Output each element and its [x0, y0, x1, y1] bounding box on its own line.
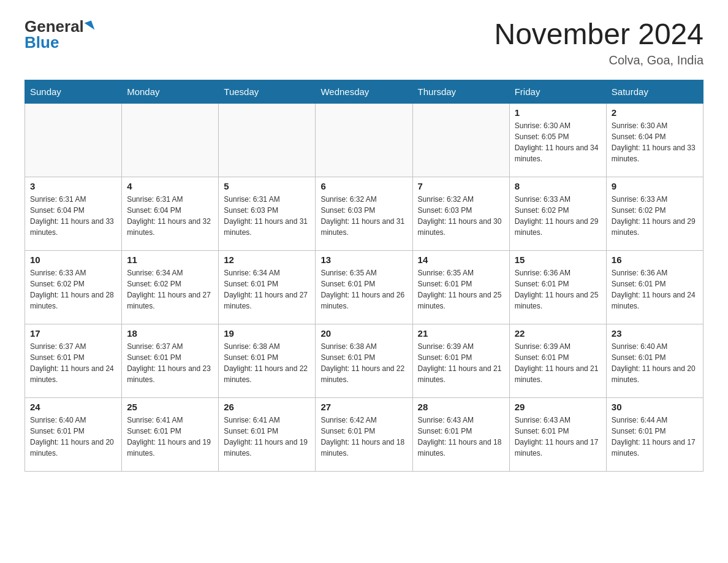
day-info: Sunrise: 6:34 AMSunset: 6:02 PMDaylight:… — [127, 267, 213, 312]
calendar-day-cell: 21Sunrise: 6:39 AMSunset: 6:01 PMDayligh… — [412, 324, 509, 397]
day-info: Sunrise: 6:32 AMSunset: 6:03 PMDaylight:… — [418, 194, 504, 238]
day-info: Sunrise: 6:32 AMSunset: 6:03 PMDaylight:… — [320, 194, 407, 238]
calendar-header-row: Sunday Monday Tuesday Wednesday Thursday… — [25, 80, 703, 103]
day-number: 7 — [418, 181, 504, 191]
day-number: 25 — [127, 402, 213, 412]
day-info: Sunrise: 6:34 AMSunset: 6:01 PMDaylight:… — [224, 267, 310, 312]
page-header: General Blue November 2024 Colva, Goa, I… — [25, 18, 703, 67]
day-info: Sunrise: 6:42 AMSunset: 6:01 PMDaylight:… — [320, 415, 407, 459]
day-number: 13 — [320, 255, 407, 265]
day-info: Sunrise: 6:40 AMSunset: 6:01 PMDaylight:… — [30, 415, 116, 459]
calendar-week-row: 10Sunrise: 6:33 AMSunset: 6:02 PMDayligh… — [25, 250, 703, 324]
calendar-subtitle: Colva, Goa, India — [494, 53, 703, 67]
day-info: Sunrise: 6:39 AMSunset: 6:01 PMDaylight:… — [515, 341, 601, 385]
day-info: Sunrise: 6:36 AMSunset: 6:01 PMDaylight:… — [515, 267, 601, 312]
day-number: 8 — [515, 181, 601, 191]
calendar-day-cell: 9Sunrise: 6:33 AMSunset: 6:02 PMDaylight… — [606, 177, 703, 250]
day-number: 28 — [418, 402, 504, 412]
col-monday: Monday — [122, 80, 219, 103]
day-info: Sunrise: 6:40 AMSunset: 6:01 PMDaylight:… — [612, 341, 698, 385]
calendar-day-cell — [219, 103, 316, 177]
day-info: Sunrise: 6:30 AMSunset: 6:04 PMDaylight:… — [612, 120, 698, 164]
calendar-day-cell: 7Sunrise: 6:32 AMSunset: 6:03 PMDaylight… — [412, 177, 509, 250]
calendar-day-cell: 1Sunrise: 6:30 AMSunset: 6:05 PMDaylight… — [509, 103, 606, 177]
calendar-day-cell: 29Sunrise: 6:43 AMSunset: 6:01 PMDayligh… — [509, 397, 606, 471]
day-info: Sunrise: 6:36 AMSunset: 6:01 PMDaylight:… — [612, 267, 698, 312]
calendar-title: November 2024 — [494, 18, 703, 51]
day-info: Sunrise: 6:43 AMSunset: 6:01 PMDaylight:… — [515, 415, 601, 459]
day-number: 15 — [515, 255, 601, 265]
logo-general-text: General — [25, 18, 84, 34]
day-number: 19 — [224, 328, 310, 339]
calendar-day-cell: 24Sunrise: 6:40 AMSunset: 6:01 PMDayligh… — [25, 397, 122, 471]
calendar-day-cell — [412, 103, 509, 177]
calendar-table: Sunday Monday Tuesday Wednesday Thursday… — [25, 80, 703, 472]
col-wednesday: Wednesday — [316, 80, 412, 103]
day-number: 20 — [320, 328, 407, 339]
calendar-day-cell: 11Sunrise: 6:34 AMSunset: 6:02 PMDayligh… — [122, 250, 219, 324]
col-saturday: Saturday — [606, 80, 703, 103]
calendar-day-cell: 27Sunrise: 6:42 AMSunset: 6:01 PMDayligh… — [316, 397, 412, 471]
day-number: 22 — [515, 328, 601, 339]
day-info: Sunrise: 6:31 AMSunset: 6:04 PMDaylight:… — [127, 194, 213, 238]
logo: General Blue — [25, 18, 93, 50]
day-info: Sunrise: 6:43 AMSunset: 6:01 PMDaylight:… — [418, 415, 504, 459]
day-number: 29 — [515, 402, 601, 412]
day-number: 12 — [224, 255, 310, 265]
calendar-day-cell: 12Sunrise: 6:34 AMSunset: 6:01 PMDayligh… — [219, 250, 316, 324]
calendar-day-cell — [25, 103, 122, 177]
day-number: 5 — [224, 181, 310, 191]
calendar-day-cell: 23Sunrise: 6:40 AMSunset: 6:01 PMDayligh… — [606, 324, 703, 397]
calendar-day-cell: 28Sunrise: 6:43 AMSunset: 6:01 PMDayligh… — [412, 397, 509, 471]
day-info: Sunrise: 6:38 AMSunset: 6:01 PMDaylight:… — [224, 341, 310, 385]
day-info: Sunrise: 6:33 AMSunset: 6:02 PMDaylight:… — [30, 267, 116, 312]
day-number: 26 — [224, 402, 310, 412]
day-info: Sunrise: 6:31 AMSunset: 6:03 PMDaylight:… — [224, 194, 310, 238]
day-number: 23 — [612, 328, 698, 339]
calendar-day-cell: 6Sunrise: 6:32 AMSunset: 6:03 PMDaylight… — [316, 177, 412, 250]
day-info: Sunrise: 6:37 AMSunset: 6:01 PMDaylight:… — [127, 341, 213, 385]
calendar-week-row: 1Sunrise: 6:30 AMSunset: 6:05 PMDaylight… — [25, 103, 703, 177]
day-number: 11 — [127, 255, 213, 265]
day-number: 27 — [320, 402, 407, 412]
day-number: 9 — [612, 181, 698, 191]
calendar-day-cell: 5Sunrise: 6:31 AMSunset: 6:03 PMDaylight… — [219, 177, 316, 250]
calendar-week-row: 17Sunrise: 6:37 AMSunset: 6:01 PMDayligh… — [25, 324, 703, 397]
calendar-day-cell: 18Sunrise: 6:37 AMSunset: 6:01 PMDayligh… — [122, 324, 219, 397]
calendar-day-cell: 15Sunrise: 6:36 AMSunset: 6:01 PMDayligh… — [509, 250, 606, 324]
calendar-day-cell: 22Sunrise: 6:39 AMSunset: 6:01 PMDayligh… — [509, 324, 606, 397]
calendar-day-cell — [316, 103, 412, 177]
day-number: 2 — [612, 107, 698, 118]
calendar-day-cell — [122, 103, 219, 177]
calendar-day-cell: 25Sunrise: 6:41 AMSunset: 6:01 PMDayligh… — [122, 397, 219, 471]
calendar-day-cell: 20Sunrise: 6:38 AMSunset: 6:01 PMDayligh… — [316, 324, 412, 397]
day-info: Sunrise: 6:30 AMSunset: 6:05 PMDaylight:… — [515, 120, 601, 164]
day-number: 14 — [418, 255, 504, 265]
calendar-day-cell: 17Sunrise: 6:37 AMSunset: 6:01 PMDayligh… — [25, 324, 122, 397]
calendar-day-cell: 10Sunrise: 6:33 AMSunset: 6:02 PMDayligh… — [25, 250, 122, 324]
day-number: 30 — [612, 402, 698, 412]
day-info: Sunrise: 6:33 AMSunset: 6:02 PMDaylight:… — [515, 194, 601, 238]
day-number: 10 — [30, 255, 116, 265]
calendar-day-cell: 13Sunrise: 6:35 AMSunset: 6:01 PMDayligh… — [316, 250, 412, 324]
day-number: 17 — [30, 328, 116, 339]
calendar-week-row: 3Sunrise: 6:31 AMSunset: 6:04 PMDaylight… — [25, 177, 703, 250]
day-info: Sunrise: 6:33 AMSunset: 6:02 PMDaylight:… — [612, 194, 698, 238]
day-number: 18 — [127, 328, 213, 339]
col-thursday: Thursday — [412, 80, 509, 103]
day-number: 16 — [612, 255, 698, 265]
col-sunday: Sunday — [25, 80, 122, 103]
day-info: Sunrise: 6:44 AMSunset: 6:01 PMDaylight:… — [612, 415, 698, 459]
day-info: Sunrise: 6:41 AMSunset: 6:01 PMDaylight:… — [127, 415, 213, 459]
day-info: Sunrise: 6:35 AMSunset: 6:01 PMDaylight:… — [418, 267, 504, 312]
calendar-day-cell: 2Sunrise: 6:30 AMSunset: 6:04 PMDaylight… — [606, 103, 703, 177]
logo-blue-text: Blue — [25, 34, 59, 50]
calendar-day-cell: 30Sunrise: 6:44 AMSunset: 6:01 PMDayligh… — [606, 397, 703, 471]
title-block: November 2024 Colva, Goa, India — [494, 18, 703, 67]
day-number: 21 — [418, 328, 504, 339]
day-info: Sunrise: 6:31 AMSunset: 6:04 PMDaylight:… — [30, 194, 116, 238]
calendar-day-cell: 4Sunrise: 6:31 AMSunset: 6:04 PMDaylight… — [122, 177, 219, 250]
day-number: 6 — [320, 181, 407, 191]
day-info: Sunrise: 6:35 AMSunset: 6:01 PMDaylight:… — [320, 267, 407, 312]
day-number: 24 — [30, 402, 116, 412]
